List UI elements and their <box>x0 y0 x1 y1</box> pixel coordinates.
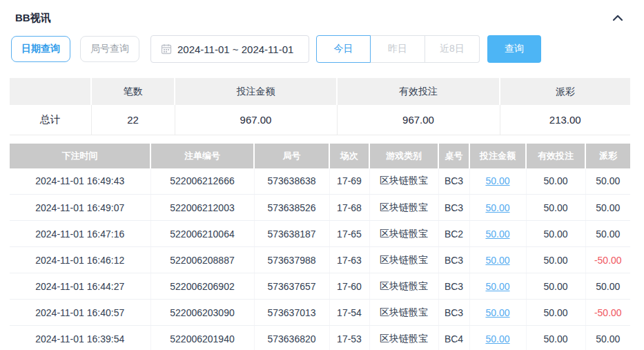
header-table-no: 桌号 <box>438 144 469 168</box>
summary-table: 笔数 投注金额 有效投注 派彩 总计 22 967.00 967.00 213.… <box>10 78 630 135</box>
cell-bet-amount: 50.00 <box>469 221 526 247</box>
cell-bet-time: 2024-11-01 16:40:57 <box>10 300 150 326</box>
cell-round-id: 573637988 <box>254 247 329 273</box>
cell-bet-amount: 50.00 <box>469 195 526 221</box>
cell-bet-time: 2024-11-01 16:47:16 <box>10 221 150 247</box>
cell-session: 17-69 <box>329 168 369 195</box>
cell-bet-amount: 50.00 <box>469 300 526 326</box>
cell-table-no: BC3 <box>438 195 469 221</box>
chevron-up-icon <box>612 13 623 24</box>
cell-valid-bet: 50.00 <box>526 195 585 221</box>
cell-game-type: 区块链骰宝 <box>369 273 438 300</box>
summary-total-row: 总计 22 967.00 967.00 213.00 <box>10 105 630 135</box>
quick-range-today[interactable]: 今日 <box>316 35 371 63</box>
cell-bet-time: 2024-11-01 16:46:12 <box>10 247 150 273</box>
cell-bet-id: 522006212003 <box>150 195 254 221</box>
table-row: 2024-11-01 16:46:12 522006208887 5736379… <box>10 247 630 273</box>
cell-table-no: BC3 <box>438 247 469 273</box>
bet-amount-link[interactable]: 50.00 <box>485 175 509 186</box>
quick-range-last8days[interactable]: 近8日 <box>425 35 480 63</box>
header-payout: 派彩 <box>585 144 630 168</box>
search-button[interactable]: 查询 <box>487 35 541 63</box>
date-range-value: 2024-11-01 ~ 2024-11-01 <box>177 43 293 55</box>
tab-date-query[interactable]: 日期查询 <box>11 36 70 62</box>
header-valid-bet: 有效投注 <box>526 144 585 168</box>
summary-total-count: 22 <box>91 105 175 135</box>
bet-amount-link[interactable]: 50.00 <box>485 202 509 213</box>
bet-amount-link[interactable]: 50.00 <box>485 281 509 292</box>
cell-bet-amount: 50.00 <box>469 168 526 195</box>
cell-table-no: BC4 <box>438 326 469 350</box>
summary-total-label: 总计 <box>10 105 91 135</box>
cell-bet-id: 522006203090 <box>150 300 254 326</box>
panel-header: BB视讯 <box>0 0 644 28</box>
cell-session: 17-68 <box>329 195 369 221</box>
table-row: 2024-11-01 16:39:54 522006201940 5736368… <box>10 326 630 350</box>
cell-session: 17-54 <box>329 300 369 326</box>
cell-bet-id: 522006208887 <box>150 247 254 273</box>
summary-total-bet-amount: 967.00 <box>175 105 337 135</box>
cell-payout: 50.00 <box>585 326 630 350</box>
cell-round-id: 573637013 <box>254 300 329 326</box>
cell-bet-time: 2024-11-01 16:49:07 <box>10 195 150 221</box>
summary-header-blank <box>10 78 91 105</box>
cell-game-type: 区块链骰宝 <box>369 326 438 350</box>
quick-range-yesterday[interactable]: 昨日 <box>371 35 425 63</box>
cell-valid-bet: 50.00 <box>526 247 585 273</box>
bet-records-table: 下注时间 注单编号 局号 场次 游戏类别 桌号 投注金额 有效投注 派彩 202… <box>10 144 630 350</box>
cell-valid-bet: 50.00 <box>526 168 585 195</box>
header-bet-time: 下注时间 <box>10 144 150 168</box>
table-header-row: 下注时间 注单编号 局号 场次 游戏类别 桌号 投注金额 有效投注 派彩 <box>10 144 630 168</box>
date-range-input[interactable]: 2024-11-01 ~ 2024-11-01 <box>150 35 309 63</box>
cell-session: 17-65 <box>329 221 369 247</box>
cell-bet-amount: 50.00 <box>469 273 526 300</box>
cell-valid-bet: 50.00 <box>526 300 585 326</box>
cell-round-id: 573638638 <box>254 168 329 195</box>
cell-valid-bet: 50.00 <box>526 273 585 300</box>
summary-header-count: 笔数 <box>91 78 175 105</box>
cell-bet-id: 522006201940 <box>150 326 254 350</box>
cell-table-no: BC2 <box>438 221 469 247</box>
quick-range-group: 今日 昨日 近8日 <box>316 35 480 63</box>
page-title: BB视讯 <box>15 12 51 25</box>
cell-payout: 50.00 <box>585 195 630 221</box>
bet-amount-link[interactable]: 50.00 <box>485 333 509 344</box>
header-round-id: 局号 <box>254 144 329 168</box>
cell-game-type: 区块链骰宝 <box>369 247 438 273</box>
cell-session: 17-63 <box>329 247 369 273</box>
tab-round-query[interactable]: 局号查询 <box>80 36 139 62</box>
summary-total-valid-bet: 967.00 <box>337 105 500 135</box>
cell-payout: 50.00 <box>585 221 630 247</box>
table-row: 2024-11-01 16:49:07 522006212003 5736385… <box>10 195 630 221</box>
summary-header-bet-amount: 投注金额 <box>175 78 337 105</box>
cell-payout: -50.00 <box>585 247 630 273</box>
summary-header-valid-bet: 有效投注 <box>337 78 500 105</box>
cell-round-id: 573636820 <box>254 326 329 350</box>
cell-valid-bet: 50.00 <box>526 326 585 350</box>
header-bet-amount: 投注金额 <box>469 144 526 168</box>
table-row: 2024-11-01 16:40:57 522006203090 5736370… <box>10 300 630 326</box>
cell-bet-time: 2024-11-01 16:44:27 <box>10 273 150 300</box>
table-row: 2024-11-01 16:47:16 522006210064 5736381… <box>10 221 630 247</box>
header-game-type: 游戏类别 <box>369 144 438 168</box>
cell-bet-id: 522006210064 <box>150 221 254 247</box>
cell-table-no: BC3 <box>438 300 469 326</box>
cell-game-type: 区块链骰宝 <box>369 168 438 195</box>
cell-bet-amount: 50.00 <box>469 326 526 350</box>
cell-table-no: BC3 <box>438 273 469 300</box>
cell-payout: 50.00 <box>585 273 630 300</box>
collapse-button[interactable] <box>612 13 623 24</box>
table-row: 2024-11-01 16:44:27 522006206902 5736376… <box>10 273 630 300</box>
cell-round-id: 573637657 <box>254 273 329 300</box>
cell-game-type: 区块链骰宝 <box>369 195 438 221</box>
bet-amount-link[interactable]: 50.00 <box>485 255 509 266</box>
cell-payout: 50.00 <box>585 168 630 195</box>
summary-total-payout: 213.00 <box>500 105 630 135</box>
filter-bar: 日期查询 局号查询 2024-11-01 ~ 2024-11-01 今日 昨日 … <box>11 35 644 63</box>
header-session: 场次 <box>329 144 369 168</box>
bet-amount-link[interactable]: 50.00 <box>485 229 509 240</box>
bet-amount-link[interactable]: 50.00 <box>485 307 509 318</box>
cell-bet-amount: 50.00 <box>469 247 526 273</box>
cell-game-type: 区块链骰宝 <box>369 300 438 326</box>
cell-game-type: 区块链骰宝 <box>369 221 438 247</box>
